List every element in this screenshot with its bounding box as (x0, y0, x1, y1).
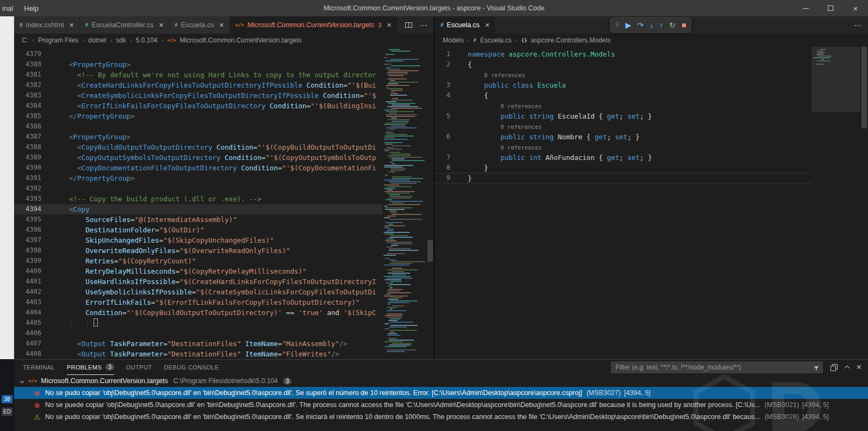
line-number[interactable]: 5 (435, 111, 456, 121)
code-line[interactable]: 4407 <Output TaskParameter="DestinationF… (14, 338, 434, 349)
code-line[interactable]: 4388 <CopyBuildOutputToOutputDirectory C… (14, 142, 434, 152)
code-line[interactable]: 4402 UseSymboliclinksIfPossible="$(Creat… (14, 287, 434, 297)
code-line[interactable]: 4408 <Output TaskParameter="DestinationF… (14, 349, 434, 359)
code-line[interactable]: 4385 </PropertyGroup> (14, 111, 434, 121)
menu-item-terminal-partial[interactable]: inal (2, 4, 13, 13)
line-number[interactable]: 4393 (14, 194, 49, 204)
code-line[interactable]: 4389 <CopyOutputSymbolsToOutputDirectory… (14, 152, 434, 163)
line-number[interactable] (435, 70, 456, 80)
breadcrumb-item[interactable]: 5.0.104 (135, 36, 157, 44)
debug-step-over-button[interactable]: ↷ (637, 21, 644, 29)
scrollbar-thumb[interactable] (427, 240, 433, 262)
problem-row[interactable]: ⊗No se puede copiar 'obj\Debug\net5.0\as… (14, 399, 868, 411)
line-number[interactable]: 4398 (14, 245, 49, 256)
close-tab-icon[interactable]: × (387, 21, 391, 29)
breadcrumb-item[interactable]: C: (22, 36, 28, 44)
collapse-all-icon[interactable] (830, 364, 838, 371)
line-number[interactable]: 4379 (14, 49, 49, 59)
line-number[interactable]: 4385 (14, 111, 49, 121)
minimap[interactable] (382, 47, 426, 359)
more-actions-icon[interactable]: ⋯ (420, 21, 427, 29)
line-number[interactable]: 4397 (14, 235, 49, 245)
codelens-row[interactable]: 0 references (435, 101, 868, 111)
line-number[interactable]: 4405 (14, 318, 49, 328)
codelens-row[interactable]: 0 references (435, 70, 868, 80)
panel-tab-debug-console[interactable]: DEBUG CONSOLE (164, 360, 219, 375)
codelens-references[interactable]: 0 references (500, 144, 542, 151)
line-number[interactable]: 6 (435, 132, 456, 142)
codelens-row[interactable]: 0 references (435, 121, 868, 132)
problems-file-group[interactable]: </> Microsoft.Common.CurrentVersion.targ… (14, 375, 868, 387)
code-line[interactable]: 4401 UseHardlinksIfPossible="$(CreateHar… (14, 276, 434, 287)
problems-filter-input[interactable] (611, 361, 823, 373)
maximize-panel-icon[interactable] (845, 365, 849, 370)
line-number[interactable]: 4381 (14, 70, 49, 80)
code-line[interactable]: 4379 (14, 49, 434, 59)
line-number[interactable]: 1 (435, 49, 456, 59)
minimize-button[interactable] (793, 0, 818, 16)
code-line[interactable]: 4392 (14, 183, 434, 194)
breadcrumb-item-file[interactable]: Microsoft.Common.CurrentVersion.targets (179, 36, 301, 44)
line-number[interactable]: 4384 (14, 101, 49, 111)
line-number[interactable]: 4 (435, 90, 456, 101)
code-line[interactable]: 4382 <CreateHardLinksForCopyFilesToOutpu… (14, 80, 434, 90)
breadcrumb-item[interactable]: sdk (116, 36, 126, 44)
line-number[interactable]: 4390 (14, 163, 49, 173)
code-line[interactable]: 1namespace aspcore.Controllers.Models (435, 49, 868, 59)
minimap-slider[interactable] (811, 47, 860, 112)
problem-row[interactable]: ⊗No se pudo copiar 'obj\Debug\net5.0\asp… (14, 387, 868, 399)
line-number[interactable]: 4386 (14, 121, 49, 132)
code-area[interactable]: 1namespace aspcore.Controllers.Models2{ … (435, 47, 868, 359)
line-number[interactable]: 4382 (14, 80, 49, 90)
code-line[interactable]: 7 public int AñoFundacion { get; set; } (435, 152, 868, 163)
code-line[interactable]: 4400 RetryDelayMilliseconds="$(CopyRetry… (14, 266, 434, 276)
tab-escuelacontroller-cs[interactable]: # EscuelaController.cs × (80, 16, 170, 34)
minimap[interactable] (811, 47, 860, 359)
code-line[interactable]: 8 } (435, 163, 868, 173)
line-number[interactable]: 4400 (14, 266, 49, 276)
codelens-row[interactable]: 0 references (435, 142, 868, 152)
code-line[interactable]: 6 public string Nombre { get; set; } (435, 132, 868, 142)
line-number[interactable]: 4399 (14, 256, 49, 266)
line-number[interactable]: 2 (435, 59, 456, 70)
breadcrumb-item[interactable]: Models (443, 36, 464, 44)
line-number[interactable]: 4395 (14, 214, 49, 225)
panel-tab-problems[interactable]: PROBLEMS 3 (67, 360, 114, 375)
editor-xml[interactable]: 43794380 <PropertyGroup>4381 <!-- By def… (14, 47, 434, 359)
code-line[interactable]: 9} (435, 173, 868, 183)
line-number[interactable] (435, 101, 456, 111)
code-line[interactable]: 4 { (435, 90, 868, 101)
editor-csharp[interactable]: 1namespace aspcore.Controllers.Models2{ … (435, 47, 868, 359)
line-number[interactable] (435, 121, 456, 132)
line-number[interactable]: 3 (435, 80, 456, 90)
more-actions-icon[interactable]: ⋯ (854, 21, 861, 29)
line-number[interactable] (435, 142, 456, 152)
code-line[interactable]: 4394 <Copy (14, 204, 434, 214)
close-tab-icon[interactable]: × (159, 21, 163, 29)
debug-step-out-button[interactable]: ↑ (660, 21, 664, 29)
line-number[interactable]: 4380 (14, 59, 49, 70)
debug-continue-button[interactable]: ▶ (625, 21, 631, 29)
line-number[interactable]: 4394 (14, 204, 49, 214)
code-line[interactable]: 4386 (14, 121, 434, 132)
editor-scrollbar[interactable] (426, 47, 434, 359)
code-line[interactable]: 2{ (435, 59, 868, 70)
scrollbar-thumb[interactable] (861, 47, 867, 128)
tab-microsoft-common-currentversion-targets[interactable]: </> Microsoft.Common.CurrentVersion.targ… (230, 16, 397, 34)
line-number[interactable]: 4406 (14, 328, 49, 338)
breadcrumb-item[interactable]: dotnet (88, 36, 106, 44)
close-tab-icon[interactable]: × (219, 21, 224, 29)
close-tab-icon[interactable]: × (485, 21, 489, 29)
code-line[interactable]: 3 public class Escuela (435, 80, 868, 90)
code-line[interactable]: 4403 ErrorIfLinkFails="$(ErrorIfLinkFail… (14, 297, 434, 307)
maximize-button[interactable] (818, 0, 843, 16)
code-line[interactable]: 4398 OverwriteReadOnlyFiles="$(Overwrite… (14, 245, 434, 256)
split-editor-icon[interactable] (405, 22, 412, 28)
code-line[interactable]: 4397 SkipUnchangedFiles="$(SkipCopyUncha… (14, 235, 434, 245)
panel-tab-output[interactable]: OUTPUT (126, 360, 152, 375)
code-line[interactable]: 4387 <PropertyGroup> (14, 132, 434, 142)
code-line[interactable]: 4384 <ErrorIfLinkFailsForCopyFilesToOutp… (14, 101, 434, 111)
codelens-references[interactable]: 0 references (500, 124, 542, 130)
line-number[interactable]: 8 (435, 163, 456, 173)
code-line[interactable]: 4380 <PropertyGroup> (14, 59, 434, 70)
